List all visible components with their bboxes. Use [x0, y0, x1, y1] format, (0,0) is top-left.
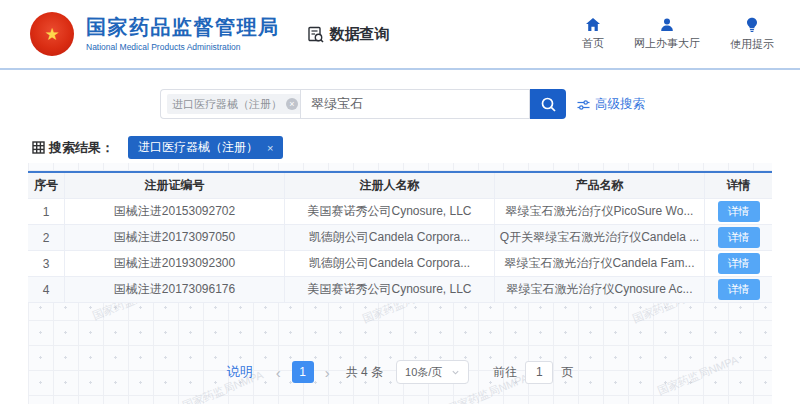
registrant-cell: 美国赛诺秀公司Cynosure, LLC [285, 277, 495, 302]
product-name-cell: Q开关翠绿宝石激光治疗仪Candela ... [495, 225, 705, 250]
col-header-detail: 详情 [705, 173, 772, 198]
site-title: 国家药品监督管理局 [86, 16, 280, 39]
results-bar: 搜索结果： 进口医疗器械（注册） × [28, 132, 772, 163]
total-count-label: 共 4 条 [346, 364, 383, 381]
cert-number-cell: 国械注进20173096176 [65, 277, 285, 302]
detail-button[interactable]: 详情 [718, 253, 760, 274]
usage-tips-icon [745, 17, 759, 33]
col-header-cert-no: 注册证编号 [65, 173, 285, 198]
cert-number-cell: 国械注进20153092702 [65, 199, 285, 224]
table-row: 4 国械注进20173096176 美国赛诺秀公司Cynosure, LLC 翠… [28, 277, 772, 303]
module-title-label: 数据查询 [330, 25, 390, 44]
advanced-search-label: 高级搜索 [595, 96, 645, 113]
category-tag-close-icon[interactable]: × [286, 98, 298, 110]
detail-button[interactable]: 详情 [718, 227, 760, 248]
data-query-icon [306, 25, 325, 44]
nav-item-service-hall[interactable]: 网上办事大厅 [634, 17, 700, 52]
registrant-cell: 凯德朗公司Candela Corpora... [285, 251, 495, 276]
category-tag-label: 进口医疗器械（注册） [172, 97, 282, 112]
cert-number-cell: 国械注进20193092300 [65, 251, 285, 276]
table-row: 2 国械注进20173097050 凯德朗公司Candela Corpora..… [28, 225, 772, 251]
table-body: 1 国械注进20153092702 美国赛诺秀公司Cynosure, LLC 翠… [28, 199, 772, 303]
results-label: 搜索结果： [32, 139, 114, 157]
cert-number-cell: 国械注进20173097050 [65, 225, 285, 250]
detail-button[interactable]: 详情 [718, 201, 760, 222]
filter-tag[interactable]: 进口医疗器械（注册） × [128, 136, 283, 159]
current-page-button[interactable]: 1 [292, 361, 314, 383]
national-emblem-logo: ★ [30, 12, 74, 56]
filter-tag-close-icon[interactable]: × [267, 142, 273, 154]
category-tag: 进口医疗器械（注册） × [167, 94, 303, 114]
page-size-value: 10条/页 [405, 365, 442, 380]
row-index-cell: 3 [28, 251, 65, 276]
header-nav: 首页 网上办事大厅 使用提示 [582, 17, 774, 52]
grid-icon [32, 141, 45, 154]
nav-label-home: 首页 [582, 36, 604, 51]
filter-tag-label: 进口医疗器械（注册） [138, 139, 258, 156]
page-unit-label: 页 [561, 364, 573, 381]
next-page-icon[interactable]: › [322, 365, 333, 380]
home-icon [585, 17, 601, 32]
row-index-cell: 1 [28, 199, 65, 224]
row-index-cell: 4 [28, 277, 65, 302]
col-header-registrant: 注册人名称 [285, 173, 495, 198]
registrant-cell: 凯德朗公司Candela Corpora... [285, 225, 495, 250]
nav-item-usage-tips[interactable]: 使用提示 [730, 17, 774, 52]
col-header-index: 序号 [28, 173, 65, 198]
row-index-cell: 2 [28, 225, 65, 250]
chevron-down-icon [451, 368, 460, 377]
table-row: 1 国械注进20153092702 美国赛诺秀公司Cynosure, LLC 翠… [28, 199, 772, 225]
search-button[interactable] [530, 89, 566, 119]
nav-item-home[interactable]: 首页 [582, 17, 604, 52]
table-row: 3 国械注进20193092300 凯德朗公司Candela Corpora..… [28, 251, 772, 277]
page-size-select[interactable]: 10条/页 [396, 360, 469, 384]
table-header-row: 序号 注册证编号 注册人名称 产品名称 详情 [28, 173, 772, 199]
site-subtitle: National Medical Products Administration [86, 42, 280, 52]
advanced-search-icon [577, 99, 590, 111]
nav-label-service-hall: 网上办事大厅 [634, 36, 700, 51]
goto-label: 前往 [493, 364, 517, 381]
search-group: 进口医疗器械（注册） × [160, 89, 566, 119]
detail-button[interactable]: 详情 [718, 279, 760, 300]
product-name-cell: 翠绿宝石激光治疗仪Cynosure Ac... [495, 277, 705, 302]
note-link[interactable]: 说明 [227, 363, 253, 381]
advanced-search-link[interactable]: 高级搜索 [577, 96, 645, 113]
registrant-cell: 美国赛诺秀公司Cynosure, LLC [285, 199, 495, 224]
col-header-product: 产品名称 [495, 173, 705, 198]
pagination: 说明 ‹ 1 › 共 4 条 10条/页 前往 页 [28, 360, 772, 384]
results-table: 序号 注册证编号 注册人名称 产品名称 详情 1 国械注进20153092702… [28, 171, 772, 303]
header: ★ 国家药品监督管理局 National Medical Products Ad… [0, 0, 800, 70]
category-select[interactable]: 进口医疗器械（注册） × [160, 89, 300, 119]
service-hall-icon [659, 17, 675, 32]
nav-label-usage-tips: 使用提示 [730, 37, 774, 52]
search-input[interactable] [300, 89, 530, 119]
brand-block: 国家药品监督管理局 National Medical Products Admi… [86, 16, 280, 52]
product-name-cell: 翠绿宝石激光治疗仪PicoSure Wo... [495, 199, 705, 224]
results-label-text: 搜索结果： [49, 139, 114, 157]
product-name-cell: 翠绿宝石激光治疗仪Candela Fam... [495, 251, 705, 276]
module-title: 数据查询 [306, 25, 390, 44]
prev-page-icon[interactable]: ‹ [273, 365, 284, 380]
goto-page-input[interactable] [525, 361, 553, 384]
search-icon [540, 96, 557, 113]
